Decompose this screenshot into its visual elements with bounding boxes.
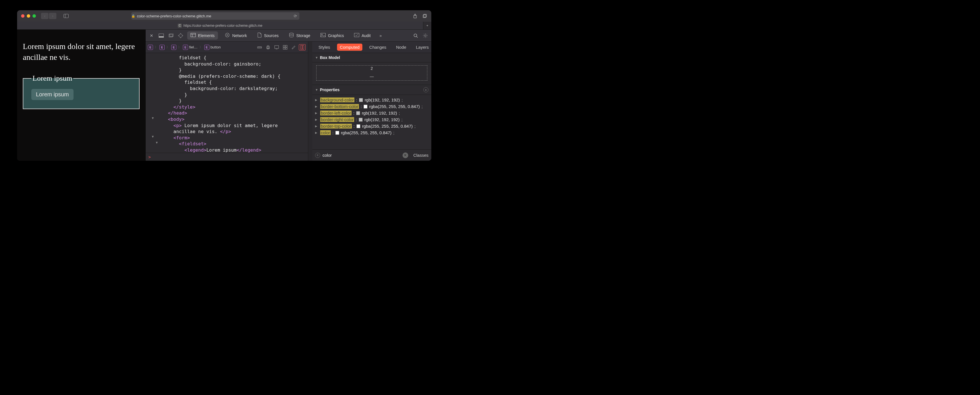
crumb-2[interactable]: E (171, 45, 177, 50)
rendered-page: Lorem ipsum dolor sit amet, legere ancil… (17, 30, 145, 161)
storage-icon (289, 33, 294, 38)
sidebar-toggle-icon[interactable] (62, 13, 71, 19)
tabbar: C https://color-scheme-prefers-color-sch… (17, 22, 431, 30)
reload-icon[interactable]: ⟳ (294, 14, 299, 18)
svg-point-18 (290, 33, 293, 35)
properties-list: ▶ background-color: rgb(192, 192, 192); … (312, 95, 431, 149)
tab-graphics[interactable]: Graphics (317, 31, 347, 40)
svg-point-9 (179, 34, 182, 37)
classes-button[interactable]: Classes (410, 153, 428, 158)
tab-layers[interactable]: Layers (413, 44, 431, 51)
safari-window: ‹ › 🔒 color-scheme-prefers-color-scheme.… (17, 10, 431, 161)
page-paragraph: Lorem ipsum dolor sit amet, legere ancil… (23, 41, 140, 63)
url-text: color-scheme-prefers-color-scheme.glitch… (137, 14, 212, 18)
crumb-1[interactable]: E (159, 45, 165, 50)
svg-rect-38 (285, 48, 287, 49)
tab-audit-label: Audit (361, 33, 371, 38)
paint-icon[interactable] (290, 45, 297, 49)
tab-node[interactable]: Node (393, 44, 409, 51)
url-bar[interactable]: 🔒 color-scheme-prefers-color-scheme.glit… (131, 12, 299, 20)
forward-button[interactable]: › (49, 13, 56, 19)
disclosure-triangle-icon: ▼ (315, 56, 318, 59)
svg-rect-14 (191, 33, 196, 37)
tab-network[interactable]: Network (221, 31, 250, 40)
tab-storage[interactable]: Storage (285, 31, 313, 40)
audit-icon (354, 33, 359, 38)
prop-row[interactable]: ▶ color: rgba(255, 255, 255, 0.847); (315, 129, 428, 136)
search-icon[interactable] (412, 33, 419, 38)
svg-line-23 (417, 37, 418, 38)
page-button[interactable]: Lorem ipsum (31, 89, 73, 100)
boxmodel-mid-value: — (370, 74, 374, 79)
svg-point-24 (425, 35, 426, 37)
tabs-overview-icon[interactable] (422, 13, 427, 19)
properties-header[interactable]: ▼ Properties ≡ (312, 85, 431, 95)
compositing-icon[interactable] (299, 44, 306, 51)
svg-point-22 (414, 34, 417, 37)
console-prompt[interactable]: > (146, 153, 308, 161)
color-swatch (364, 105, 368, 108)
overflow-icon[interactable]: » (377, 33, 384, 38)
dock-popup-icon[interactable] (168, 33, 174, 38)
ruler-icon[interactable] (256, 45, 263, 49)
svg-rect-39 (301, 45, 302, 49)
tab-audit[interactable]: Audit (351, 31, 374, 40)
filter-icon[interactable]: ≡ (315, 153, 320, 158)
elements-icon (191, 33, 196, 38)
grid-icon[interactable] (282, 45, 289, 49)
target-icon[interactable] (178, 33, 184, 38)
minimize-window-button[interactable] (27, 14, 30, 18)
elements-scrollbar[interactable] (308, 41, 312, 161)
titlebar-right (412, 13, 427, 19)
color-swatch (356, 124, 360, 128)
svg-rect-21 (355, 33, 359, 37)
styles-pane: Styles Computed Changes Node Layers ▼ Bo… (312, 41, 431, 161)
tab-network-label: Network (232, 33, 247, 38)
back-button[interactable]: ‹ (41, 13, 48, 19)
tab-sources[interactable]: Sources (254, 31, 282, 40)
devtools-main: E 〉 E 〉 E 〉 Efiel… 〉 Ebutton (146, 41, 431, 161)
tab-computed[interactable]: Computed (337, 44, 363, 51)
maximize-window-button[interactable] (32, 14, 36, 18)
tab-styles[interactable]: Styles (316, 44, 333, 51)
prop-row[interactable]: ▶ border-right-color: rgb(192, 192, 192)… (315, 116, 428, 123)
devtools: ✕ Elements Network Sources (145, 30, 431, 161)
close-devtools-icon[interactable]: ✕ (148, 33, 155, 38)
page-form: Lorem ipsum Lorem ipsum (23, 74, 140, 109)
crumb-3[interactable]: Efiel… (183, 45, 198, 50)
prop-row[interactable]: ▶ border-left-color: rgb(192, 192, 192); (315, 110, 428, 116)
source-tree[interactable]: fieldset { background-color: gainsboro; … (146, 53, 308, 153)
settings-gear-icon[interactable] (422, 33, 428, 38)
crumb-0[interactable]: E (148, 45, 153, 50)
share-icon[interactable] (412, 13, 418, 19)
prop-row[interactable]: ▶ border-top-color: rgba(255, 255, 255, … (315, 123, 428, 129)
print-icon[interactable] (265, 45, 272, 49)
filter-icon[interactable]: ≡ (423, 87, 428, 92)
dock-bottom-icon[interactable] (158, 33, 164, 38)
filter-input[interactable] (323, 153, 400, 158)
sources-icon (257, 32, 262, 38)
device-icon[interactable] (273, 45, 280, 49)
network-icon (225, 32, 230, 38)
boxmodel-label: Box Model (320, 55, 340, 60)
boxmodel-top-value: 2 (371, 66, 373, 71)
prop-row[interactable]: ▶ border-bottom-color: rgba(255, 255, 25… (315, 103, 428, 110)
svg-rect-31 (267, 46, 269, 47)
tab-sources-label: Sources (264, 33, 278, 38)
boxmodel-header[interactable]: ▼ Box Model (312, 53, 431, 62)
traffic-lights (21, 14, 36, 18)
clear-filter-icon[interactable]: ✕ (402, 153, 408, 158)
color-swatch (359, 98, 363, 102)
tab-elements[interactable]: Elements (187, 31, 218, 40)
titlebar: ‹ › 🔒 color-scheme-prefers-color-scheme.… (17, 10, 431, 22)
close-window-button[interactable] (21, 14, 24, 18)
tab-title: https://color-scheme-prefers-color-schem… (183, 24, 262, 28)
page-fieldset: Lorem ipsum Lorem ipsum (23, 74, 140, 109)
browser-tab[interactable]: C https://color-scheme-prefers-color-sch… (17, 22, 423, 29)
svg-point-20 (321, 34, 323, 35)
new-tab-button[interactable]: + (423, 24, 431, 28)
crumb-4[interactable]: Ebutton (204, 45, 221, 50)
prop-row[interactable]: ▶ background-color: rgb(192, 192, 192); (315, 97, 428, 103)
favicon: C (178, 24, 182, 28)
tab-changes[interactable]: Changes (366, 44, 389, 51)
